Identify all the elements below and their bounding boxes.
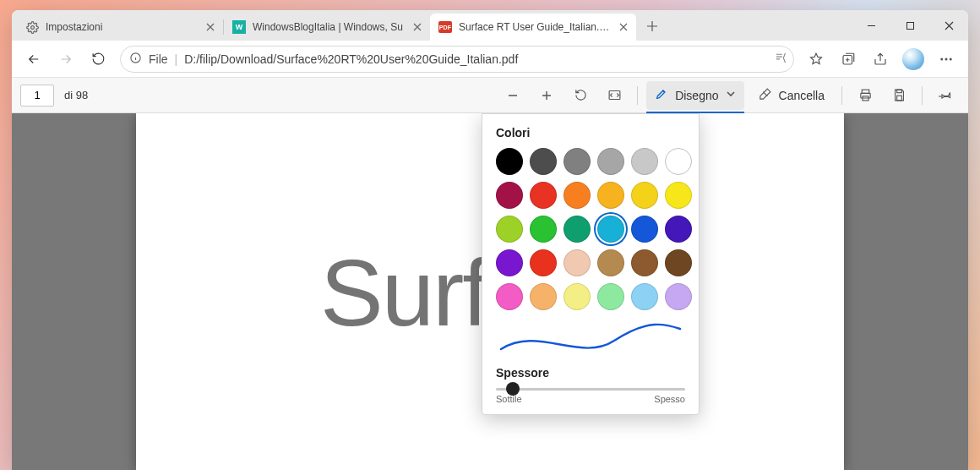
address-separator: | bbox=[175, 52, 178, 66]
pin-toolbar-button[interactable] bbox=[931, 81, 960, 110]
close-window-button[interactable] bbox=[929, 10, 968, 41]
svg-rect-8 bbox=[862, 90, 869, 93]
save-button[interactable] bbox=[885, 81, 913, 110]
color-swatch[interactable] bbox=[597, 283, 624, 310]
menu-button[interactable] bbox=[931, 44, 961, 74]
color-swatch[interactable] bbox=[564, 283, 591, 310]
titlebar: Impostazioni W WindowsBlogItalia | Windo… bbox=[12, 10, 968, 41]
stroke-preview bbox=[496, 320, 685, 358]
maximize-button[interactable] bbox=[890, 10, 929, 41]
color-swatch[interactable] bbox=[597, 216, 624, 243]
color-swatch[interactable] bbox=[530, 249, 557, 276]
gear-icon bbox=[25, 20, 39, 34]
pdf-viewer[interactable]: Surfa Manuale dell'utente di Surface Col… bbox=[12, 113, 968, 470]
svg-rect-1 bbox=[906, 22, 913, 29]
color-swatch[interactable] bbox=[665, 182, 692, 209]
site-icon: W bbox=[232, 20, 246, 34]
thickness-heading: Spessore bbox=[496, 366, 685, 380]
toolbar-separator bbox=[841, 86, 842, 105]
color-swatch[interactable] bbox=[564, 249, 591, 276]
color-swatch[interactable] bbox=[530, 216, 557, 243]
close-icon[interactable] bbox=[411, 21, 423, 33]
new-tab-button[interactable] bbox=[640, 14, 665, 39]
profile-avatar[interactable] bbox=[902, 48, 924, 70]
draw-label: Disegno bbox=[675, 89, 718, 102]
color-swatch[interactable] bbox=[530, 182, 557, 209]
zoom-in-button[interactable] bbox=[532, 81, 561, 110]
color-swatch[interactable] bbox=[631, 182, 658, 209]
color-swatch[interactable] bbox=[496, 249, 523, 276]
color-swatches bbox=[496, 148, 685, 310]
close-icon[interactable] bbox=[618, 21, 629, 33]
toolbar-separator bbox=[637, 86, 638, 105]
tab-title: Surface RT User Guide_Italian.pdf bbox=[459, 21, 611, 33]
draw-options-popup: Colori Spessore Sottile Spesso bbox=[482, 113, 700, 415]
highlighter-icon bbox=[655, 87, 668, 103]
tab-impostazioni[interactable]: Impostazioni bbox=[17, 14, 223, 41]
color-swatch[interactable] bbox=[564, 216, 591, 243]
tab-surface-pdf[interactable]: PDF Surface RT User Guide_Italian.pdf bbox=[430, 14, 636, 41]
color-swatch[interactable] bbox=[631, 249, 658, 276]
tab-title: WindowsBlogItalia | Windows, Su bbox=[253, 21, 405, 33]
pdf-toolbar: di 98 Disegno bbox=[12, 78, 968, 113]
fit-page-button[interactable] bbox=[600, 81, 629, 110]
color-swatch[interactable] bbox=[496, 148, 523, 175]
draw-button[interactable]: Disegno bbox=[646, 81, 743, 110]
color-swatch[interactable] bbox=[631, 148, 658, 175]
zoom-out-button[interactable] bbox=[498, 81, 527, 110]
address-bar[interactable]: File | D:/filip/Download/Surface%20RT%20… bbox=[120, 46, 794, 73]
back-button[interactable] bbox=[19, 44, 49, 74]
navigation-bar: File | D:/filip/Download/Surface%20RT%20… bbox=[12, 41, 968, 78]
eraser-icon bbox=[758, 87, 772, 104]
share-button[interactable] bbox=[865, 44, 896, 74]
close-icon[interactable] bbox=[204, 21, 216, 33]
tab-windowsblogitalia[interactable]: W WindowsBlogItalia | Windows, Su bbox=[224, 14, 430, 41]
address-path: D:/filip/Download/Surface%20RT%20User%20… bbox=[184, 52, 767, 66]
color-swatch[interactable] bbox=[530, 148, 557, 175]
info-icon[interactable] bbox=[129, 52, 142, 67]
color-swatch[interactable] bbox=[631, 283, 658, 310]
refresh-button[interactable] bbox=[83, 44, 113, 74]
page-number-input[interactable] bbox=[20, 85, 54, 107]
color-swatch[interactable] bbox=[564, 182, 591, 209]
color-swatch[interactable] bbox=[665, 216, 692, 243]
color-swatch[interactable] bbox=[496, 283, 523, 310]
minimize-button[interactable] bbox=[852, 10, 890, 41]
tab-strip: Impostazioni W WindowsBlogItalia | Windo… bbox=[12, 10, 852, 41]
color-swatch[interactable] bbox=[631, 216, 658, 243]
colors-heading: Colori bbox=[496, 126, 685, 139]
forward-button[interactable] bbox=[51, 44, 81, 74]
favorite-button[interactable] bbox=[801, 44, 831, 74]
color-swatch[interactable] bbox=[665, 283, 692, 310]
thickness-slider[interactable] bbox=[496, 388, 685, 391]
svg-rect-11 bbox=[896, 90, 901, 93]
color-swatch[interactable] bbox=[530, 283, 557, 310]
color-swatch[interactable] bbox=[496, 182, 523, 209]
svg-point-5 bbox=[945, 58, 947, 60]
svg-rect-12 bbox=[896, 96, 901, 101]
color-swatch[interactable] bbox=[496, 216, 523, 243]
color-swatch[interactable] bbox=[665, 249, 692, 276]
color-swatch[interactable] bbox=[564, 148, 591, 175]
color-swatch[interactable] bbox=[665, 148, 692, 175]
color-swatch[interactable] bbox=[597, 148, 624, 175]
rotate-button[interactable] bbox=[566, 81, 595, 110]
thin-label: Sottile bbox=[496, 394, 522, 404]
thick-label: Spesso bbox=[654, 394, 685, 404]
toolbar-separator bbox=[922, 86, 923, 105]
collections-button[interactable] bbox=[833, 44, 863, 74]
erase-button[interactable]: Cancella bbox=[749, 81, 833, 110]
print-button[interactable] bbox=[851, 81, 879, 110]
page-total-label: di 98 bbox=[64, 89, 88, 101]
reading-mode-icon[interactable] bbox=[774, 51, 788, 68]
pdf-icon: PDF bbox=[438, 20, 452, 34]
svg-point-6 bbox=[950, 58, 952, 60]
svg-point-0 bbox=[30, 25, 34, 29]
color-swatch[interactable] bbox=[597, 249, 624, 276]
window-controls bbox=[852, 10, 968, 41]
browser-window: Impostazioni W WindowsBlogItalia | Windo… bbox=[12, 10, 968, 470]
erase-label: Cancella bbox=[779, 89, 825, 102]
color-swatch[interactable] bbox=[597, 182, 624, 209]
file-label: File bbox=[149, 52, 168, 66]
chevron-down-icon bbox=[726, 89, 736, 101]
